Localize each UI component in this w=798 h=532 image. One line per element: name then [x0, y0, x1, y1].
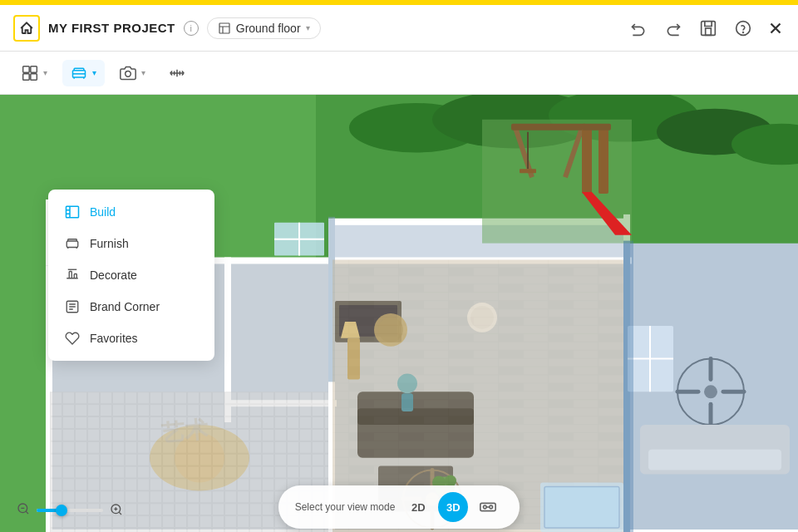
info-button[interactable]: i — [184, 21, 199, 36]
build-label: Build — [90, 205, 116, 219]
svg-rect-68 — [582, 124, 611, 131]
header-right — [627, 17, 785, 40]
floor-selector[interactable]: Ground floor ▾ — [207, 17, 321, 39]
zoom-slider[interactable] — [37, 509, 103, 512]
view-mode-panel: Select your view mode 2D 3D — [278, 485, 520, 529]
measure-tool[interactable] — [160, 60, 194, 86]
floorplan-tool[interactable]: ▾ — [13, 60, 56, 86]
view-mode-3d[interactable]: 3D — [438, 492, 468, 522]
svg-point-106 — [484, 505, 487, 509]
svg-point-55 — [704, 385, 717, 398]
svg-rect-57 — [648, 450, 781, 470]
svg-rect-0 — [219, 23, 229, 33]
svg-rect-7 — [23, 73, 30, 80]
svg-rect-71 — [520, 169, 536, 173]
home-icon — [13, 15, 40, 42]
menu-item-favorites[interactable]: Favorites — [48, 323, 214, 354]
build-icon — [65, 204, 80, 219]
view-mode-vr[interactable] — [473, 492, 503, 522]
decorate-icon — [65, 268, 80, 283]
header-left: MY FIRST PROJECT i Ground floor ▾ — [13, 15, 627, 42]
floor-label: Ground floor — [236, 22, 301, 35]
zoom-bar — [17, 502, 123, 519]
menu-item-furnish[interactable]: Furnish — [48, 228, 214, 259]
zoom-in-icon[interactable] — [110, 503, 123, 519]
svg-rect-65 — [511, 124, 586, 131]
view-mode-2d[interactable]: 2D — [403, 492, 433, 522]
toolbar: ▾ ▾ ▾ — [0, 52, 798, 95]
redo-button[interactable] — [662, 17, 685, 40]
heart-icon — [65, 331, 80, 346]
project-title: MY FIRST PROJECT — [48, 21, 175, 35]
svg-point-4 — [743, 32, 744, 32]
menu-item-decorate[interactable]: Decorate — [48, 259, 214, 291]
menu-item-brand-corner[interactable]: Brand Corner — [48, 291, 214, 323]
brand-icon — [65, 299, 80, 314]
svg-rect-5 — [23, 66, 30, 72]
svg-point-10 — [126, 71, 131, 76]
svg-rect-67 — [598, 128, 608, 194]
svg-rect-8 — [31, 73, 37, 80]
menu-item-build[interactable]: Build — [48, 196, 214, 228]
svg-rect-66 — [582, 128, 592, 194]
undo-button[interactable] — [627, 17, 650, 40]
favorites-label: Favorites — [90, 332, 138, 345]
furnish-label: Furnish — [90, 237, 129, 250]
brand-corner-label: Brand Corner — [90, 300, 160, 313]
camera-tool[interactable]: ▾ — [111, 60, 154, 86]
view-mode-label: Select your view mode — [295, 501, 396, 513]
floorplan-chevron: ▾ — [43, 68, 47, 77]
save-button[interactable] — [697, 17, 720, 40]
furniture-tool[interactable]: ▾ — [62, 60, 105, 86]
help-button[interactable] — [732, 17, 755, 40]
header: MY FIRST PROJECT i Ground floor ▾ — [0, 5, 798, 52]
close-button[interactable] — [766, 19, 785, 37]
svg-rect-103 — [66, 206, 79, 218]
svg-rect-104 — [66, 241, 78, 248]
decorate-label: Decorate — [90, 268, 137, 282]
canvas-area[interactable]: 艺术 — [0, 95, 798, 532]
svg-rect-6 — [31, 66, 37, 72]
chevron-down-icon: ▾ — [306, 23, 310, 32]
zoom-out-icon[interactable] — [17, 502, 30, 519]
svg-rect-2 — [706, 28, 712, 35]
camera-chevron: ▾ — [141, 68, 145, 77]
furniture-chevron: ▾ — [92, 68, 96, 77]
svg-point-107 — [490, 505, 493, 509]
dropdown-menu: Build Furnish Decorate Brand — [48, 190, 214, 361]
furnish-icon — [65, 236, 80, 251]
zoom-slider-thumb[interactable] — [56, 505, 67, 516]
